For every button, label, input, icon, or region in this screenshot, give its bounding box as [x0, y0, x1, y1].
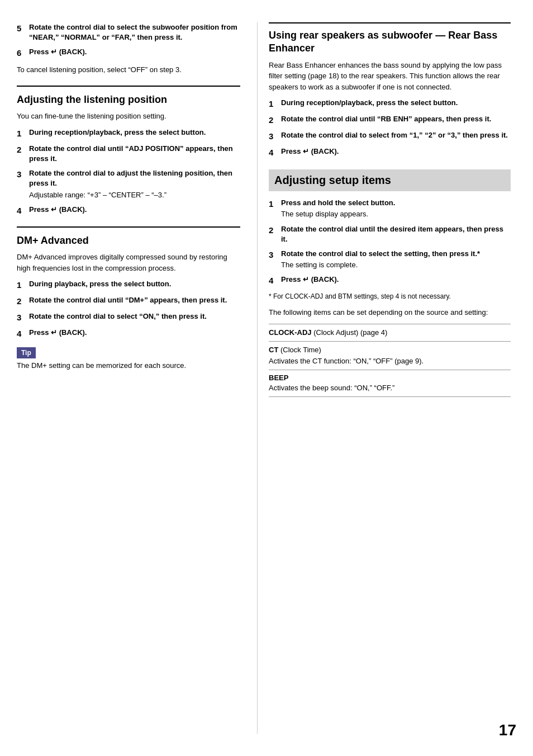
cancel-text: To cancel listening position, select “OF… — [17, 64, 240, 75]
setup-step-2-text: Rotate the control dial until the desire… — [281, 225, 503, 243]
step-6: 6 Press ↵ (BACK). — [17, 47, 240, 59]
section-listening-title: Adjusting the listening position — [17, 93, 240, 106]
setup-step-number-3: 3 — [269, 249, 281, 270]
setup-step-number-2: 2 — [269, 224, 281, 244]
listen-step-1-text: During reception/playback, press the sel… — [29, 128, 206, 136]
ct-label: CT — [269, 346, 278, 354]
setup-step-number-4: 4 — [269, 275, 281, 286]
setup-step-1-sub: The setup display appears. — [281, 209, 395, 219]
rear-step-1-text: During reception/playback, press the sel… — [281, 98, 458, 107]
dm-step-4-text: Press ↵ (BACK). — [29, 328, 87, 337]
dm-step-3-text: Rotate the control dial to select “ON,” … — [29, 312, 207, 320]
listen-step-4: 4 Press ↵ (BACK). — [17, 205, 240, 216]
step-number-6: 6 — [17, 47, 29, 59]
step-5-text: Rotate the control dial to select the su… — [29, 23, 237, 41]
dm-step-1-text: During playback, press the select button… — [29, 280, 171, 288]
page-number: 17 — [499, 721, 516, 739]
left-column: 5 Rotate the control dial to select the … — [17, 22, 257, 734]
setup-step-3-sub: The setting is complete. — [281, 260, 480, 270]
setup-step-4: 4 Press ↵ (BACK). — [269, 275, 511, 286]
rear-step-number-4: 4 — [269, 147, 281, 158]
rear-step-4-text: Press ↵ (BACK). — [281, 147, 339, 155]
dm-step-4: 4 Press ↵ (BACK). — [17, 328, 240, 339]
listen-step-3-sub: Adjustable range: “+3” – “CENTER” – “–3.… — [29, 190, 240, 200]
section-dm-body: DM+ Advanced improves digitally compress… — [17, 252, 240, 273]
listen-step-3: 3 Rotate the control dial to adjust the … — [17, 168, 240, 200]
beep-row: BEEP Activates the beep sound: “ON,” “OF… — [269, 370, 511, 397]
tip-label: Tip — [17, 347, 36, 358]
divider-2 — [17, 226, 240, 228]
tip-text: The DM+ setting can be memorized for eac… — [17, 361, 240, 371]
dm-step-number-2: 2 — [17, 295, 29, 307]
step-number-5: 5 — [17, 22, 29, 42]
section-dm-title: DM+ Advanced — [17, 234, 240, 247]
items-intro: The following items can be set depending… — [269, 307, 511, 318]
beep-text: Activates the beep sound: “ON,” “OFF.” — [269, 383, 511, 393]
setup-step-1-text: Press and hold the select button. — [281, 199, 395, 207]
listen-step-2: 2 Rotate the control dial until “ADJ POS… — [17, 144, 240, 164]
clock-adj-label: CLOCK-ADJ — [269, 328, 312, 337]
rear-step-number-2: 2 — [269, 114, 281, 126]
ct-text: Activates the CT function: “ON,” “OFF” (… — [269, 356, 511, 366]
ct-row: CT (Clock Time) Activates the CT functio… — [269, 342, 511, 370]
setup-step-3: 3 Rotate the control dial to select the … — [269, 249, 511, 270]
step-5: 5 Rotate the control dial to select the … — [17, 22, 240, 42]
section-listening-body: You can fine-tune the listening position… — [17, 111, 240, 122]
rear-step-1: 1 During reception/playback, press the s… — [269, 98, 511, 110]
dm-step-1: 1 During playback, press the select butt… — [17, 279, 240, 291]
right-column: Using rear speakers as subwoofer — Rear … — [257, 22, 511, 734]
right-divider-top — [269, 22, 511, 23]
setup-step-3-text: Rotate the control dial to select the se… — [281, 249, 480, 258]
divider-1 — [17, 86, 240, 87]
ct-type-desc: (Clock Time) — [280, 346, 321, 354]
rear-step-2-text: Rotate the control dial until “RB ENH” a… — [281, 115, 491, 123]
clock-adj-desc: (Clock Adjust) (page 4) — [313, 328, 387, 337]
dm-step-number-1: 1 — [17, 279, 29, 291]
tip-section: Tip The DM+ setting can be memorized for… — [17, 347, 240, 371]
listen-step-4-text: Press ↵ (BACK). — [29, 205, 87, 214]
setup-step-2: 2 Rotate the control dial until the desi… — [269, 224, 511, 244]
dm-step-3: 3 Rotate the control dial to select “ON,… — [17, 311, 240, 323]
setup-step-number-1: 1 — [269, 198, 281, 219]
dm-step-number-3: 3 — [17, 311, 29, 323]
dm-step-2: 2 Rotate the control dial until “DM+” ap… — [17, 295, 240, 307]
listen-step-number-1: 1 — [17, 127, 29, 139]
listen-step-1: 1 During reception/playback, press the s… — [17, 127, 240, 139]
section-setup-title: Adjusting setup items — [269, 169, 511, 191]
footnote: * For CLOCK-ADJ and BTM settings, step 4… — [269, 292, 511, 301]
listen-step-number-3: 3 — [17, 168, 29, 200]
setup-step-4-text: Press ↵ (BACK). — [281, 275, 339, 284]
setup-step-1: 1 Press and hold the select button. The … — [269, 198, 511, 219]
rear-step-number-3: 3 — [269, 130, 281, 142]
listen-step-2-text: Rotate the control dial until “ADJ POSIT… — [29, 144, 233, 163]
beep-label: BEEP — [269, 374, 511, 382]
listen-step-3-text: Rotate the control dial to adjust the li… — [29, 169, 232, 187]
listen-step-number-4: 4 — [17, 205, 29, 216]
setup-section: Adjusting setup items 1 Press and hold t… — [269, 169, 511, 397]
listen-step-number-2: 2 — [17, 144, 29, 164]
dm-step-number-4: 4 — [17, 328, 29, 339]
step-6-text: Press ↵ (BACK). — [29, 48, 87, 56]
section-rear-body: Rear Bass Enhancer enhances the bass sou… — [269, 60, 511, 93]
section-rear-title: Using rear speakers as subwoofer — Rear … — [269, 29, 511, 55]
rear-step-2: 2 Rotate the control dial until “RB ENH”… — [269, 114, 511, 126]
rear-step-number-1: 1 — [269, 98, 281, 110]
rear-step-3-text: Rotate the control dial to select from “… — [281, 131, 508, 139]
dm-step-2-text: Rotate the control dial until “DM+” appe… — [29, 296, 227, 304]
rear-step-3: 3 Rotate the control dial to select from… — [269, 130, 511, 142]
rear-step-4: 4 Press ↵ (BACK). — [269, 147, 511, 158]
clock-adj-row: CLOCK-ADJ (Clock Adjust) (page 4) — [269, 324, 511, 342]
